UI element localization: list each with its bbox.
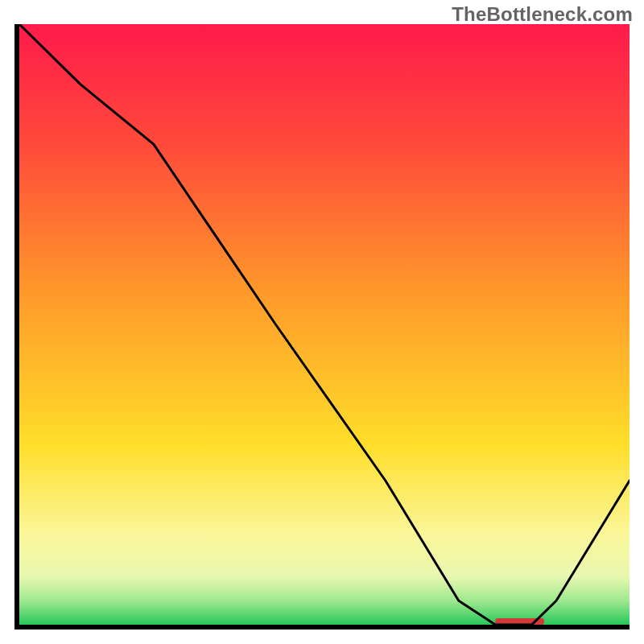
watermark-text: TheBottleneck.com (452, 3, 633, 26)
chart-svg (14, 24, 630, 630)
gradient-fill (19, 24, 630, 625)
chart-stage: TheBottleneck.com (0, 0, 644, 644)
chart-plot-area (14, 24, 630, 630)
